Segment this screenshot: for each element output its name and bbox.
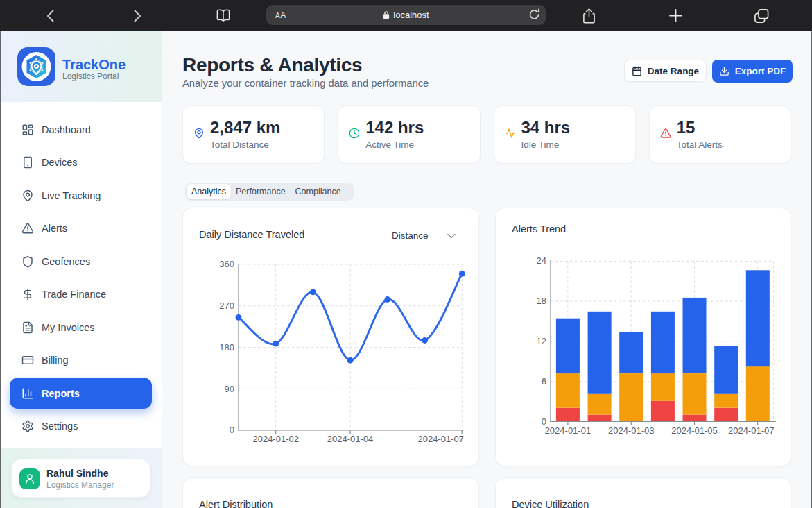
svg-text:18: 18	[537, 296, 546, 306]
svg-text:180: 180	[219, 342, 234, 353]
svg-text:2024-01-03: 2024-01-03	[608, 425, 655, 436]
svg-text:0: 0	[230, 425, 234, 435]
svg-text:2024-01-02: 2024-01-02	[252, 434, 299, 444]
svg-text:270: 270	[219, 300, 234, 311]
svg-text:90: 90	[225, 384, 234, 394]
svg-text:2024-01-05: 2024-01-05	[671, 425, 718, 436]
svg-text:12: 12	[537, 336, 546, 346]
svg-text:2024-01-07: 2024-01-07	[418, 434, 465, 444]
svg-text:2024-01-04: 2024-01-04	[327, 434, 373, 444]
svg-text:24: 24	[537, 255, 546, 266]
svg-text:360: 360	[219, 259, 234, 269]
svg-text:6: 6	[542, 376, 546, 387]
svg-text:2024-01-01: 2024-01-01	[545, 425, 591, 436]
svg-text:2024-01-07: 2024-01-07	[728, 425, 775, 436]
